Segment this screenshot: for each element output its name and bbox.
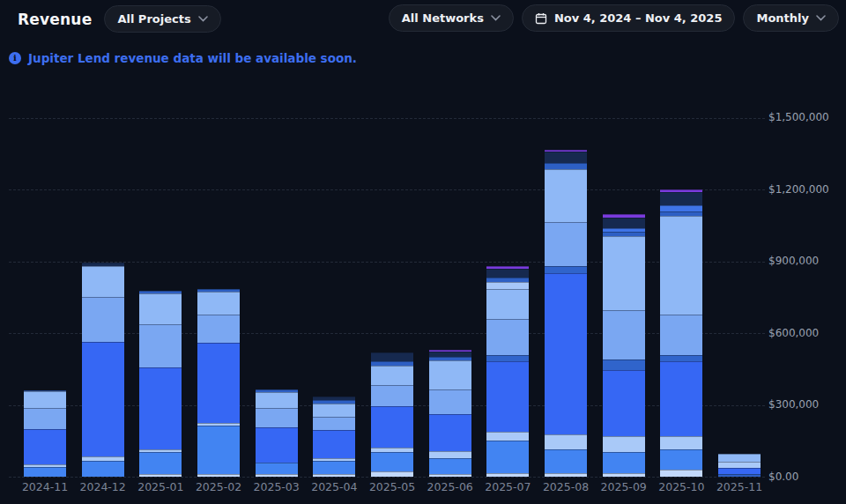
chevron-down-icon: [491, 15, 501, 21]
notice-text: Jupiter Lend revenue data will be availa…: [28, 51, 357, 65]
bar-segment-bright: [197, 343, 240, 423]
bar-segment-sliver: [197, 474, 240, 477]
bar-segment-light: [603, 236, 645, 310]
bar-2025-07[interactable]: [486, 266, 529, 477]
bar-2025-02[interactable]: [197, 289, 240, 477]
date-range-label: Nov 4, 2024 – Nov 4, 2025: [554, 11, 723, 25]
bar-segment-bright: [429, 414, 471, 451]
bar-segment-medium: [486, 441, 529, 473]
bar-segment-royal2: [603, 359, 645, 370]
bar-2025-06[interactable]: [429, 350, 471, 477]
bar-segment-light2: [313, 417, 355, 430]
bar-segment-medium: [24, 467, 66, 477]
bar-segment-medium: [256, 463, 298, 474]
bar-segment-brightThin: [660, 205, 702, 211]
x-tick-label: 2025-03: [249, 480, 305, 493]
bar-segment-sliver: [545, 473, 587, 477]
header-left: Revenue All Projects: [18, 5, 221, 33]
bar-segment-light2: [82, 297, 124, 342]
bar-2025-01[interactable]: [139, 291, 182, 477]
bar-segment-navy: [371, 352, 413, 361]
bar-segment-bright: [603, 370, 645, 436]
x-tick-label: 2025-07: [479, 480, 536, 493]
bar-segment-navy: [603, 218, 645, 228]
revenue-dashboard: Revenue All Projects All Networks Nov 4,…: [0, 0, 846, 504]
bar-segment-pale: [486, 432, 529, 441]
bar-segment-pale: [545, 434, 587, 449]
chevron-down-icon: [816, 15, 826, 21]
interval-dropdown[interactable]: Monthly: [743, 4, 839, 32]
bar-segment-pale: [718, 462, 761, 468]
bar-segment-sliver: [429, 474, 471, 477]
bar-2025-08[interactable]: [545, 150, 587, 477]
bar-2025-10[interactable]: [660, 189, 702, 477]
bar-2024-11[interactable]: [24, 390, 66, 477]
bar-segment-xlight: [486, 282, 529, 289]
bar-segment-navy: [660, 192, 702, 205]
bar-segment-light2: [256, 408, 298, 427]
bar-segment-sliver: [660, 470, 702, 477]
bar-segment-navy: [545, 152, 587, 163]
bar-segment-navy: [486, 269, 529, 278]
page-title: Revenue: [18, 11, 92, 28]
bar-segment-light2: [545, 222, 587, 266]
bar-segment-light: [718, 454, 761, 462]
bar-segment-royal2: [545, 266, 587, 273]
bar-segment-bright: [24, 429, 66, 464]
gridline-0: [9, 477, 765, 478]
bar-segment-medium: [371, 452, 413, 471]
bar-segment-light2: [486, 319, 529, 355]
bar-segment-light: [545, 169, 587, 222]
interval-label: Monthly: [756, 11, 809, 25]
bar-segment-bright: [371, 406, 413, 448]
bar-segment-pale: [429, 451, 471, 458]
bar-segment-light2: [660, 315, 702, 355]
info-icon: i: [9, 52, 21, 64]
gridline-1200000: [9, 189, 765, 190]
x-tick-label: 2025-05: [364, 480, 420, 493]
x-tick-label: 2025-10: [653, 480, 709, 493]
x-tick-label: 2025-08: [538, 480, 594, 493]
x-tick-label: 2025-09: [596, 480, 652, 493]
x-tick-label: 2024-12: [75, 480, 131, 493]
y-tick-label: $1,500,000: [768, 111, 829, 123]
bar-segment-sliver: [256, 474, 298, 477]
projects-filter-dropdown[interactable]: All Projects: [104, 5, 220, 33]
bar-segment-light: [313, 404, 355, 417]
bar-segment-light: [429, 360, 471, 389]
bar-segment-sliver: [139, 474, 182, 477]
bar-segment-sliver: [371, 471, 413, 477]
y-tick-label: $1,200,000: [768, 183, 829, 196]
jupiter-lend-notice: i Jupiter Lend revenue data will be avai…: [9, 51, 357, 65]
bar-2025-05[interactable]: [371, 352, 413, 477]
bar-2025-03[interactable]: [256, 389, 298, 477]
bar-segment-medium: [603, 452, 645, 473]
bar-segment-pale: [660, 436, 702, 449]
x-tick-label: 2025-04: [306, 480, 362, 493]
bar-segment-medium: [139, 452, 182, 474]
bar-2025-04[interactable]: [313, 397, 355, 477]
bar-segment-medium: [429, 458, 471, 474]
networks-filter-dropdown[interactable]: All Networks: [389, 4, 514, 32]
bar-segment-royal: [545, 163, 587, 169]
calendar-icon: [535, 12, 547, 25]
x-tick-label: 2025-11: [711, 480, 768, 493]
bar-2025-11[interactable]: [718, 454, 761, 477]
bar-segment-light: [256, 392, 298, 408]
bar-segment-light: [197, 292, 240, 315]
bar-segment-bright: [313, 430, 355, 458]
bar-segment-light2: [24, 408, 66, 429]
bar-segment-royal2: [660, 355, 702, 361]
bar-segment-bright: [660, 361, 702, 436]
date-range-picker[interactable]: Nov 4, 2024 – Nov 4, 2025: [522, 4, 736, 32]
bar-segment-bright: [82, 342, 124, 456]
bar-segment-light2: [371, 385, 413, 406]
chevron-down-icon: [198, 16, 208, 22]
bar-segment-medium: [82, 461, 124, 477]
bar-2025-09[interactable]: [603, 213, 645, 477]
bar-segment-light: [24, 391, 66, 408]
bar-segment-bright: [545, 273, 587, 434]
y-tick-label: $0.00: [768, 471, 798, 483]
bar-2024-12[interactable]: [82, 263, 124, 477]
bar-segment-light: [82, 266, 124, 297]
